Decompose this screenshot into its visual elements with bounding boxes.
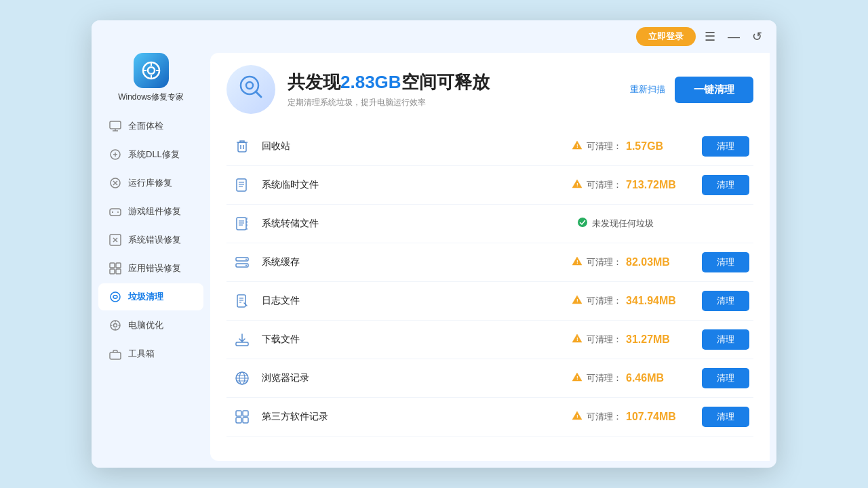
- sidebar-item-full-check[interactable]: 全面体检: [98, 113, 203, 140]
- runtime-repair-icon: [108, 176, 123, 190]
- list-item-log-files: 日志文件!可清理：341.94MB清理: [226, 282, 753, 321]
- browser-history-icon: [231, 367, 254, 390]
- svg-rect-17: [116, 263, 121, 268]
- download-files-clean-button[interactable]: 清理: [702, 329, 749, 350]
- full-check-icon: [108, 119, 123, 134]
- svg-text:!: !: [576, 259, 578, 265]
- sys-cache-status: !可清理：82.03MB: [572, 256, 694, 269]
- svg-line-30: [256, 92, 261, 97]
- sys-temp-status: !可清理：713.72MB: [572, 178, 694, 192]
- title-bar: 立即登录 ☰ — ↺: [92, 20, 776, 46]
- main-body: Windows修复专家 全面体检系统DLL修复运行库修复游戏组件修复系统错误修复…: [92, 46, 776, 468]
- sidebar-item-label-junk-clean: 垃圾清理: [128, 291, 163, 303]
- sidebar-item-label-game-repair: 游戏组件修复: [128, 205, 181, 218]
- back-button[interactable]: ↺: [749, 28, 766, 45]
- browser-history-name: 浏览器记录: [262, 372, 564, 384]
- menu-button[interactable]: ☰: [701, 28, 719, 45]
- summary-title: 共发现2.83GB空间可释放: [288, 70, 618, 94]
- recycle-bin-clean-button[interactable]: 清理: [702, 136, 749, 157]
- summary-sub: 定期清理系统垃圾，提升电脑运行效率: [288, 97, 618, 108]
- svg-text:!: !: [576, 182, 578, 188]
- svg-rect-27: [110, 352, 121, 359]
- sys-temp-size: 713.72MB: [626, 179, 676, 191]
- sidebar-item-junk-clean[interactable]: 垃圾清理: [98, 283, 203, 310]
- sys-temp-clean-button[interactable]: 清理: [702, 175, 749, 195]
- sys-temp-icon: [231, 174, 254, 197]
- sys-temp-name: 系统临时文件: [262, 179, 564, 191]
- svg-point-44: [578, 218, 587, 227]
- nav-container: 全面体检系统DLL修复运行库修复游戏组件修复系统错误修复应用错误修复垃圾清理电脑…: [98, 113, 203, 369]
- minimize-button[interactable]: —: [724, 28, 743, 45]
- clean-all-button[interactable]: 一键清理: [675, 77, 753, 103]
- sys-transfer-icon: [231, 212, 254, 235]
- sys-cache-warn-icon: !: [572, 256, 583, 269]
- download-files-name: 下载文件: [262, 333, 564, 346]
- sys-cache-clean-button[interactable]: 清理: [702, 252, 749, 272]
- sidebar-item-toolbox[interactable]: 工具箱: [98, 340, 203, 367]
- sidebar-item-label-toolbox: 工具箱: [128, 348, 155, 360]
- login-button[interactable]: 立即登录: [636, 27, 696, 46]
- sidebar-item-pc-optimize[interactable]: 电脑优化: [98, 312, 203, 339]
- app-window: 立即登录 ☰ — ↺ Windows修复专家: [92, 20, 776, 468]
- download-files-warn-icon: !: [572, 333, 583, 346]
- app-name-label: Windows修复专家: [118, 92, 184, 103]
- sidebar: Windows修复专家 全面体检系统DLL修复运行库修复游戏组件修复系统错误修复…: [92, 46, 210, 468]
- item-list: 回收站!可清理：1.57GB清理系统临时文件!可清理：713.72MB清理系统转…: [226, 127, 753, 436]
- svg-rect-63: [236, 411, 241, 416]
- sys-temp-status-text: 可清理：: [587, 179, 622, 191]
- svg-rect-65: [236, 418, 241, 423]
- recycle-bin-warn-icon: !: [572, 140, 583, 153]
- log-files-clean-button[interactable]: 清理: [702, 291, 749, 311]
- third-party-name: 第三方软件记录: [262, 411, 564, 423]
- sidebar-item-runtime-repair[interactable]: 运行库修复: [98, 169, 203, 197]
- sidebar-item-error-repair[interactable]: 系统错误修复: [98, 226, 203, 253]
- list-item-third-party: 第三方软件记录!可清理：107.74MB清理: [226, 398, 753, 436]
- third-party-clean-button[interactable]: 清理: [702, 407, 749, 427]
- sidebar-item-dll-repair[interactable]: 系统DLL修复: [98, 141, 203, 168]
- third-party-icon: [231, 405, 254, 428]
- sys-cache-status-text: 可清理：: [587, 256, 622, 268]
- app-error-icon: [108, 261, 123, 276]
- download-files-status: !可清理：31.27MB: [572, 333, 694, 346]
- sys-transfer-ok-icon: [577, 217, 588, 230]
- svg-rect-19: [116, 269, 121, 274]
- sidebar-item-label-pc-optimize: 电脑优化: [128, 319, 163, 331]
- third-party-status-text: 可清理：: [587, 411, 622, 423]
- sidebar-item-game-repair[interactable]: 游戏组件修复: [98, 198, 203, 225]
- sys-transfer-status: 未发现任何垃圾: [577, 217, 699, 230]
- log-files-status: !可清理：341.94MB: [572, 294, 694, 308]
- list-item-sys-temp: 系统临时文件!可清理：713.72MB清理: [226, 166, 753, 205]
- recycle-bin-size: 1.57GB: [626, 140, 663, 152]
- sys-cache-icon: [231, 251, 254, 274]
- svg-rect-31: [238, 142, 246, 152]
- content-area: 共发现2.83GB空间可释放 定期清理系统垃圾，提升电脑运行效率 重新扫描 一键…: [210, 53, 770, 461]
- svg-point-47: [245, 259, 247, 260]
- svg-point-48: [245, 265, 247, 266]
- svg-text:!: !: [576, 413, 578, 420]
- svg-rect-55: [236, 342, 248, 346]
- list-item-sys-cache: 系统缓存!可清理：82.03MB清理: [226, 243, 753, 282]
- svg-rect-9: [110, 209, 121, 216]
- third-party-status: !可清理：107.74MB: [572, 410, 694, 424]
- sys-transfer-name: 系统转储文件: [262, 218, 569, 230]
- sidebar-item-label-app-error: 应用错误修复: [128, 262, 181, 274]
- svg-text:!: !: [576, 298, 578, 304]
- recycle-bin-status-text: 可清理：: [587, 140, 622, 152]
- third-party-size: 107.74MB: [626, 411, 676, 423]
- sidebar-item-label-error-repair: 系统错误修复: [128, 234, 181, 246]
- svg-rect-35: [237, 179, 246, 191]
- rescan-button[interactable]: 重新扫描: [630, 83, 665, 96]
- svg-rect-50: [237, 295, 245, 307]
- browser-history-warn-icon: !: [572, 371, 583, 385]
- browser-history-clean-button[interactable]: 清理: [702, 368, 749, 388]
- download-files-status-text: 可清理：: [587, 333, 622, 346]
- svg-rect-16: [110, 263, 115, 268]
- sidebar-item-app-error[interactable]: 应用错误修复: [98, 255, 203, 282]
- svg-rect-18: [110, 269, 115, 274]
- list-item-recycle-bin: 回收站!可清理：1.57GB清理: [226, 127, 753, 166]
- app-logo: Windows修复专家: [118, 53, 184, 103]
- recycle-bin-name: 回收站: [262, 140, 564, 152]
- browser-history-size: 6.46MB: [626, 372, 664, 384]
- log-files-size: 341.94MB: [626, 295, 676, 307]
- svg-point-20: [111, 292, 120, 302]
